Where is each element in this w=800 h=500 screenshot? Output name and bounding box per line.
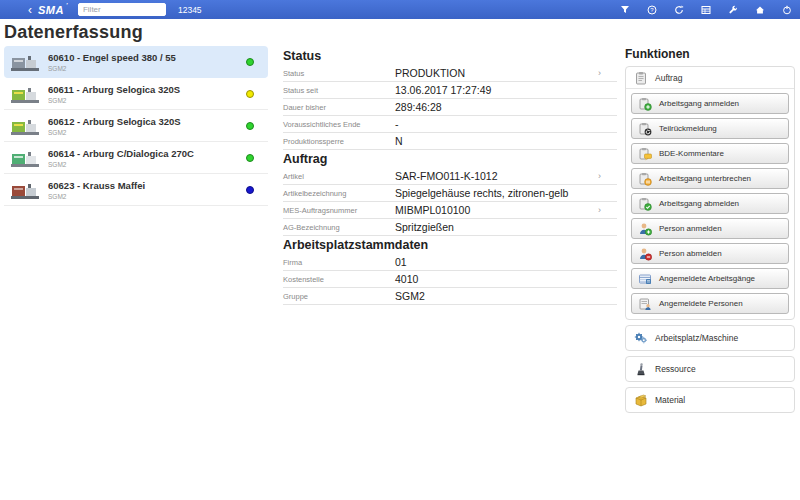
clipboard-icon <box>634 71 648 85</box>
section-heading-status: Status <box>283 47 617 65</box>
button-label: Arbeitsgang abmelden <box>659 199 739 208</box>
detail-row-ag-bezeichnung: AG-Bezeichnung Spritzgießen <box>283 219 617 236</box>
help-icon[interactable]: ? <box>647 5 657 15</box>
topbar-code: 12345 <box>178 5 202 15</box>
auftrag-section-header[interactable]: Auftrag <box>626 67 794 89</box>
button-label: Arbeitsgang unterbrechen <box>659 174 751 183</box>
auftrag-card: Auftrag Arbeitsgang anmelden Teilrückmel… <box>625 66 795 320</box>
details-panel: Status Status PRODUKTION › Status seit 1… <box>283 47 617 305</box>
arbeitsplatz-maschine-label: Arbeitsplatz/Maschine <box>655 333 738 343</box>
detail-label: Kostenstelle <box>283 275 395 284</box>
auftrag-section-label: Auftrag <box>655 73 682 83</box>
angemeldete-personen-button[interactable]: Angemeldete Personen <box>631 293 789 314</box>
detail-value: Spritzgießen <box>395 221 454 233</box>
detail-row-artikel[interactable]: Artikel SAR-FMO011-K-1012 › <box>283 168 617 185</box>
person-anmelden-button[interactable]: Person anmelden <box>631 218 789 239</box>
detail-row-artikelbezeichnung: Artikelbezeichnung Spiegelgehäuse rechts… <box>283 185 617 202</box>
arbeitsgang-abmelden-button[interactable]: Arbeitsgang abmelden <box>631 193 789 214</box>
ressource-card: Ressource <box>625 356 795 382</box>
functions-heading: Funktionen <box>625 47 795 61</box>
wrench-icon[interactable] <box>728 5 738 15</box>
person-abmelden-button[interactable]: Person abmelden <box>631 243 789 264</box>
filter-input[interactable] <box>78 3 166 16</box>
detail-value: SGM2 <box>395 290 425 302</box>
detail-label: Status seit <box>283 86 395 95</box>
gears-icon <box>634 331 648 345</box>
machine-title: 60612 - Arburg Selogica 320S <box>48 116 246 127</box>
detail-value: 13.06.2017 17:27:49 <box>395 84 491 96</box>
svg-text:?: ? <box>650 7 654 13</box>
detail-label: Produktionssperre <box>283 137 395 146</box>
ressource-label: Ressource <box>655 364 696 374</box>
person-minus-icon <box>638 247 652 261</box>
teilrueckmeldung-button[interactable]: Teilrückmeldung <box>631 118 789 139</box>
detail-row-gruppe: Gruppe SGM2 <box>283 288 617 305</box>
clipboard-check-icon <box>638 197 652 211</box>
ressource-section-header[interactable]: Ressource <box>626 357 794 381</box>
machine-title: 60623 - Krauss Maffei <box>48 180 246 191</box>
detail-label: Gruppe <box>283 292 395 301</box>
button-label: Person anmelden <box>659 224 722 233</box>
sma-logo: SMA <box>38 4 64 16</box>
table-icon[interactable] <box>701 5 711 15</box>
detail-row-status[interactable]: Status PRODUKTION › <box>283 65 617 82</box>
detail-value: 01 <box>395 256 407 268</box>
page-title: Datenerfassung <box>4 22 143 43</box>
bde-kommentare-button[interactable]: BDE-Kommentare <box>631 143 789 164</box>
detail-label: Voraussichtliches Ende <box>283 120 395 129</box>
back-icon[interactable]: ‹ <box>28 4 32 16</box>
arbeitsgang-anmelden-button[interactable]: Arbeitsgang anmelden <box>631 93 789 114</box>
detail-value: PRODUKTION <box>395 67 465 79</box>
filter-icon[interactable] <box>620 5 630 15</box>
machine-list-item[interactable]: 60623 - Krauss Maffei SGM2 <box>4 174 268 206</box>
arbeitsgang-unterbrechen-button[interactable]: Arbeitsgang unterbrechen <box>631 168 789 189</box>
detail-label: Firma <box>283 258 395 267</box>
arbeitsplatz-maschine-card: Arbeitsplatz/Maschine <box>625 325 795 351</box>
material-card: Material <box>625 387 795 413</box>
status-dot-yellow <box>246 90 254 98</box>
status-dot-green <box>246 154 254 162</box>
tool-icon <box>634 362 648 376</box>
button-label: Teilrückmeldung <box>659 124 717 133</box>
auftrag-buttons: Arbeitsgang anmelden Teilrückmeldung BDE… <box>626 89 794 319</box>
chevron-right-icon: › <box>598 205 601 215</box>
person-list-icon <box>638 297 652 311</box>
machine-group: SGM2 <box>48 65 246 72</box>
machine-list: 60610 - Engel speed 380 / 55 SGM2 60611 … <box>4 46 268 206</box>
arbeitsplatz-maschine-section-header[interactable]: Arbeitsplatz/Maschine <box>626 326 794 350</box>
datenerfassung-screen: ‹ SMA 12345 ? <box>0 0 800 500</box>
button-label: Arbeitsgang anmelden <box>659 99 739 108</box>
detail-row-produktionssperre: Produktionssperre N <box>283 133 617 150</box>
detail-row-mes-auftragsnummer[interactable]: MES-Auftragsnummer MIBMPL010100 › <box>283 202 617 219</box>
machine-list-item[interactable]: 60612 - Arburg Selogica 320S SGM2 <box>4 110 268 142</box>
machine-group: SGM2 <box>48 129 246 136</box>
machine-title: 60610 - Engel speed 380 / 55 <box>48 52 246 63</box>
clipboard-plus-icon <box>638 97 652 111</box>
machine-title: 60611 - Arburg Selogica 320S <box>48 84 246 95</box>
machine-thumbnail <box>10 50 40 74</box>
material-label: Material <box>655 395 685 405</box>
machine-list-item[interactable]: 60611 - Arburg Selogica 320S SGM2 <box>4 78 268 110</box>
refresh-icon[interactable] <box>674 5 684 15</box>
detail-row-voraussichtliches-ende: Voraussichtliches Ende - <box>283 116 617 133</box>
machine-group: SGM2 <box>48 161 246 168</box>
status-dot-green <box>246 58 254 66</box>
button-label: Angemeldete Personen <box>659 299 743 308</box>
status-dot-green <box>246 122 254 130</box>
home-icon[interactable] <box>755 5 765 15</box>
material-section-header[interactable]: Material <box>626 388 794 412</box>
machine-group: SGM2 <box>48 193 246 200</box>
machine-list-item[interactable]: 60614 - Arburg C/Dialogica 270C SGM2 <box>4 142 268 174</box>
machine-thumbnail <box>10 114 40 138</box>
detail-label: Artikelbezeichnung <box>283 189 395 198</box>
machine-text: 60614 - Arburg C/Dialogica 270C SGM2 <box>48 148 246 168</box>
button-label: BDE-Kommentare <box>659 149 724 158</box>
angemeldete-arbeitsgaenge-button[interactable]: Angemeldete Arbeitsgänge <box>631 268 789 289</box>
machine-list-item[interactable]: 60610 - Engel speed 380 / 55 SGM2 <box>4 46 268 78</box>
detail-row-kostenstelle: Kostenstelle 4010 <box>283 271 617 288</box>
detail-row-dauer-bisher: Dauer bisher 289:46:28 <box>283 99 617 116</box>
machine-group: SGM2 <box>48 97 246 104</box>
power-icon[interactable] <box>782 5 792 15</box>
machine-thumbnail <box>10 82 40 106</box>
list-table-icon <box>638 272 652 286</box>
